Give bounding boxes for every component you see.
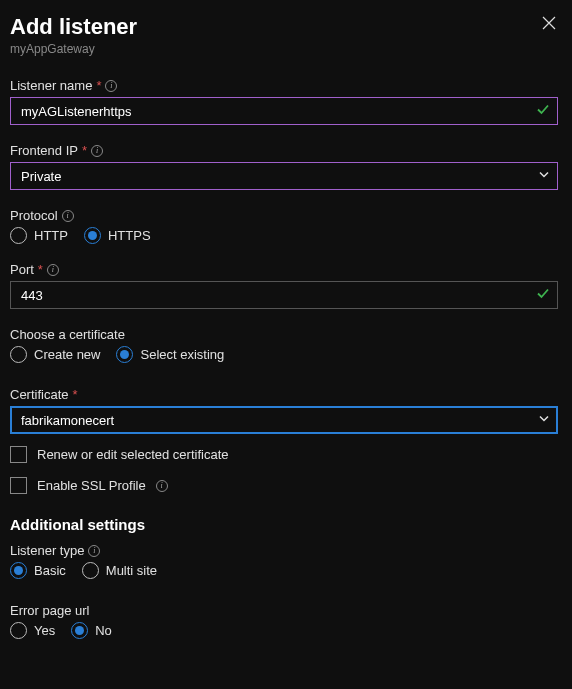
create-new-label: Create new [34,347,100,362]
required-asterisk: * [73,387,78,402]
listener-type-basic-radio[interactable]: Basic [10,562,66,579]
frontend-ip-value: Private [21,169,61,184]
enable-ssl-label: Enable SSL Profile [37,478,146,493]
listener-type-basic-label: Basic [34,563,66,578]
port-label-text: Port [10,262,34,277]
certificate-value: fabrikamonecert [21,413,114,428]
protocol-http-radio[interactable]: HTTP [10,227,68,244]
enable-ssl-checkbox-row[interactable]: Enable SSL Profile i [10,477,558,494]
protocol-https-radio[interactable]: HTTPS [84,227,151,244]
frontend-ip-select[interactable]: Private [10,162,558,190]
error-page-yes-radio[interactable]: Yes [10,622,55,639]
required-asterisk: * [96,78,101,93]
port-input[interactable] [10,281,558,309]
error-page-no-radio[interactable]: No [71,622,112,639]
certificate-label-text: Certificate [10,387,69,402]
breadcrumb: myAppGateway [10,42,137,56]
info-icon[interactable]: i [156,480,168,492]
listener-name-label-text: Listener name [10,78,92,93]
close-button[interactable] [542,10,558,34]
protocol-label: Protocol i [10,208,558,223]
listener-type-label: Listener type i [10,543,558,558]
protocol-label-text: Protocol [10,208,58,223]
required-asterisk: * [38,262,43,277]
port-label: Port * i [10,262,558,277]
listener-name-label: Listener name * i [10,78,558,93]
info-icon[interactable]: i [105,80,117,92]
enable-ssl-checkbox[interactable] [10,477,27,494]
renew-certificate-checkbox[interactable] [10,446,27,463]
listener-type-multi-radio[interactable]: Multi site [82,562,157,579]
frontend-ip-label-text: Frontend IP [10,143,78,158]
required-asterisk: * [82,143,87,158]
renew-certificate-checkbox-row[interactable]: Renew or edit selected certificate [10,446,558,463]
protocol-https-label: HTTPS [108,228,151,243]
listener-type-multi-label: Multi site [106,563,157,578]
error-page-url-label: Error page url [10,603,558,618]
info-icon[interactable]: i [91,145,103,157]
info-icon[interactable]: i [47,264,59,276]
listener-type-label-text: Listener type [10,543,84,558]
close-icon [542,16,556,30]
page-title: Add listener [10,14,137,40]
create-new-radio[interactable]: Create new [10,346,100,363]
additional-settings-heading: Additional settings [10,516,558,533]
certificate-label: Certificate * [10,387,558,402]
protocol-http-label: HTTP [34,228,68,243]
choose-certificate-label: Choose a certificate [10,327,558,342]
add-listener-panel: Add listener myAppGateway Listener name … [0,0,572,657]
error-page-yes-label: Yes [34,623,55,638]
listener-name-input[interactable] [10,97,558,125]
frontend-ip-label: Frontend IP * i [10,143,558,158]
panel-header: Add listener myAppGateway [10,10,558,78]
certificate-select[interactable]: fabrikamonecert [10,406,558,434]
select-existing-label: Select existing [140,347,224,362]
error-page-no-label: No [95,623,112,638]
select-existing-radio[interactable]: Select existing [116,346,224,363]
renew-certificate-label: Renew or edit selected certificate [37,447,228,462]
info-icon[interactable]: i [88,545,100,557]
info-icon[interactable]: i [62,210,74,222]
